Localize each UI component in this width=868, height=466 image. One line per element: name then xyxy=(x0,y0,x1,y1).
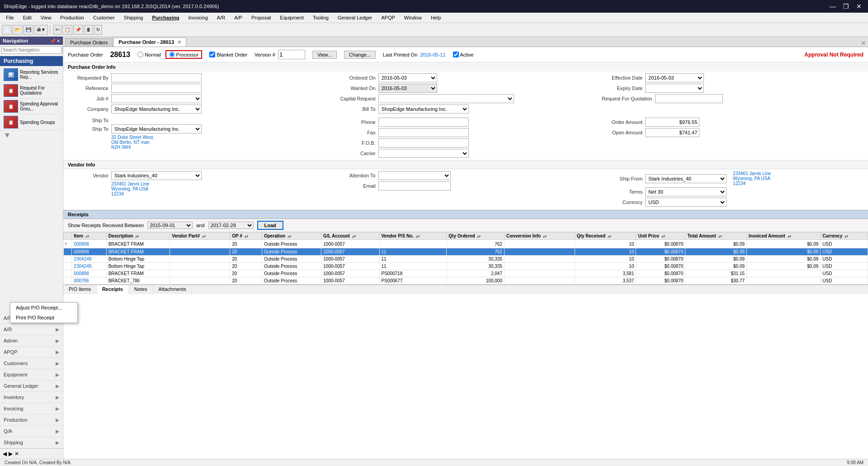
sidebar-item-apqp[interactable]: APQP ▶ xyxy=(0,347,63,358)
ship-from-select[interactable]: Stark Industries_40 xyxy=(645,174,726,183)
th-total-amount[interactable]: Total Amount ▴▾ xyxy=(685,233,747,240)
sidebar-item-qa[interactable]: Q/A ▶ xyxy=(0,426,63,437)
menu-shipping[interactable]: Shipping xyxy=(120,14,147,22)
sidebar-item-equipment[interactable]: Equipment ▶ xyxy=(0,369,63,380)
th-operation[interactable]: Operation ▴▾ xyxy=(262,233,321,240)
effective-date-select[interactable]: 2016-05-03 xyxy=(645,73,704,82)
menu-equipment[interactable]: Equipment xyxy=(276,14,308,22)
menu-edit[interactable]: Edit xyxy=(19,14,36,22)
sidebar-item-inventory[interactable]: Inventory ▶ xyxy=(0,392,63,403)
expiry-date-select[interactable] xyxy=(645,84,704,93)
radio-normal-input[interactable] xyxy=(137,52,143,57)
sidebar-item-production[interactable]: Production ▶ xyxy=(0,414,63,426)
toolbar-delete[interactable]: 🗑 xyxy=(84,25,93,35)
menu-window[interactable]: Window xyxy=(400,14,426,22)
sidebar-item-general-ledger[interactable]: General Ledger ▶ xyxy=(0,380,63,392)
capital-request-select[interactable] xyxy=(378,94,514,103)
radio-processor-label[interactable]: Processor xyxy=(165,50,203,59)
bottom-tab-receipts[interactable]: Receipts xyxy=(97,285,129,294)
toolbar-print-dropdown[interactable]: 🖶▼ xyxy=(34,25,48,35)
active-check-label[interactable]: Active xyxy=(453,52,474,57)
bottom-tab-notes[interactable]: Notes xyxy=(129,285,153,294)
menu-help[interactable]: Help xyxy=(427,14,445,22)
sidebar-nav-rfq[interactable]: 📋 Request For Quotations xyxy=(0,83,63,99)
th-vendor-part[interactable]: Vendor Part# ▴▾ xyxy=(170,233,230,240)
restore-button[interactable]: ❒ xyxy=(840,3,852,10)
table-row[interactable]: 000786 BRACKET_786 20 Outside Process 10… xyxy=(64,277,868,285)
sidebar-back-btn[interactable]: ◀ xyxy=(3,451,7,457)
tab-close-icon[interactable]: ✕ xyxy=(177,39,181,45)
active-checkbox[interactable] xyxy=(453,52,459,57)
toolbar-new[interactable]: 📄 xyxy=(2,25,12,35)
carrier-select[interactable] xyxy=(378,149,469,158)
fob-input[interactable] xyxy=(378,138,469,147)
th-item[interactable]: Item ▴▾ xyxy=(72,233,106,240)
tab-purchase-orders[interactable]: Purchase Orders xyxy=(65,38,113,47)
menu-purchasing[interactable]: Purchasing xyxy=(148,14,183,22)
blanket-order-label[interactable]: Blanket Order xyxy=(209,52,247,57)
menu-ap[interactable]: A/P xyxy=(230,14,246,22)
view-button[interactable]: View... xyxy=(312,51,337,59)
sidebar-item-admin[interactable]: Admin ▶ xyxy=(0,335,63,347)
ship-to-select[interactable]: ShopEdge Manufacturing Inc. xyxy=(111,124,202,133)
sidebar-item-customers[interactable]: Customers ▶ xyxy=(0,358,63,369)
th-description[interactable]: Description ▴▾ xyxy=(106,233,170,240)
fax-input[interactable] xyxy=(378,128,469,137)
menu-view[interactable]: View xyxy=(37,14,56,22)
date-from-select[interactable]: 2015-09-01 xyxy=(147,222,193,229)
table-row[interactable]: + 000898 BRACKET FRAM 20 Outside Process… xyxy=(64,240,868,248)
radio-processor-input[interactable] xyxy=(169,52,175,57)
content-close-btn[interactable]: ✕ xyxy=(861,39,866,47)
th-qty-ordered[interactable]: Qty Ordered ▴▾ xyxy=(447,233,505,240)
menu-apqp[interactable]: APQP xyxy=(377,14,399,22)
requested-by-input[interactable] xyxy=(111,73,202,82)
sidebar-item-ar[interactable]: A/R ▶ xyxy=(0,324,63,335)
reference-input[interactable] xyxy=(111,84,202,93)
bottom-tab-po-items[interactable]: P/O Items xyxy=(63,285,97,294)
menu-proposal[interactable]: Proposal xyxy=(247,14,275,22)
menu-file[interactable]: File xyxy=(2,14,18,22)
bottom-tab-attachments[interactable]: Attachments xyxy=(153,285,192,294)
minimize-button[interactable]: — xyxy=(827,3,839,10)
th-invoiced-amount[interactable]: Invoiced Amount ▴▾ xyxy=(747,233,821,240)
toolbar-open[interactable]: 📂 xyxy=(13,25,23,35)
receipts-table-container[interactable]: Item ▴▾ Description ▴▾ Vendor Part# ▴▾ O… xyxy=(63,232,868,285)
close-button[interactable]: ✕ xyxy=(854,3,864,10)
ordered-on-select[interactable]: 2016-05-03 xyxy=(378,73,437,82)
table-row[interactable]: 2304249 Bottom Hinge Tap 20 Outside Proc… xyxy=(64,256,868,263)
sidebar-close-btn[interactable]: ✕ xyxy=(57,38,60,43)
th-gl-account[interactable]: G/L Account ▴▾ xyxy=(321,233,379,240)
context-menu-adjust[interactable]: Adjust P/O Receipt... xyxy=(10,303,77,313)
vendor-select[interactable]: Stark Industries_40 xyxy=(111,171,202,180)
tab-purchase-order-detail[interactable]: Purchase Order - 28613 ✕ xyxy=(113,38,186,47)
sidebar-item-shipping[interactable]: Shipping ▶ xyxy=(0,437,63,448)
toolbar-paste[interactable]: 📌 xyxy=(73,25,83,35)
menu-production[interactable]: Production xyxy=(56,14,88,22)
toolbar-refresh[interactable]: ↻ xyxy=(94,25,102,35)
context-menu-print[interactable]: Print P/O Receipt xyxy=(10,313,77,323)
menu-invoicing[interactable]: Invoicing xyxy=(184,14,212,22)
th-unit-price[interactable]: Unit Price ▴▾ xyxy=(636,233,685,240)
sidebar-nav-reporting[interactable]: 📊 Reporting Services Rep... xyxy=(0,67,63,83)
th-conversion[interactable]: Conversion Info ▴▾ xyxy=(504,233,575,240)
sidebar-close2-btn[interactable]: ✕ xyxy=(14,451,19,457)
wanted-on-select[interactable]: 2016-05-03 xyxy=(378,84,437,93)
terms-select[interactable]: Net 30 xyxy=(645,187,726,196)
menu-customer[interactable]: Customer xyxy=(89,14,119,22)
sidebar-pin-btn[interactable]: 📌 xyxy=(50,38,56,43)
bill-to-select[interactable]: ShopEdge Manufacturing Inc. xyxy=(378,105,469,114)
toolbar-save[interactable]: 💾 xyxy=(24,25,33,35)
currency-select[interactable]: USD xyxy=(645,198,726,207)
email-input[interactable] xyxy=(378,181,451,190)
version-input[interactable] xyxy=(278,50,305,59)
sidebar-forward-btn[interactable]: ▶ xyxy=(9,451,13,457)
th-vendor-ps[interactable]: Vendor P/S No. ▴▾ xyxy=(379,233,447,240)
phone-input[interactable] xyxy=(378,118,469,127)
table-row[interactable]: 000898 BRACKET FRAM 20 Outside Process 1… xyxy=(64,270,868,277)
company-select[interactable]: ShopEdge Manufacturing Inc. xyxy=(111,105,202,114)
th-op[interactable]: OP # ▴▾ xyxy=(230,233,262,240)
table-row[interactable]: 2304249 Bottom Hinge Tap 20 Outside Proc… xyxy=(64,263,868,270)
load-button[interactable]: Load xyxy=(257,221,283,230)
toolbar-copy[interactable]: 📋 xyxy=(62,25,72,35)
sidebar-item-invoicing[interactable]: Invoicing ▶ xyxy=(0,403,63,414)
